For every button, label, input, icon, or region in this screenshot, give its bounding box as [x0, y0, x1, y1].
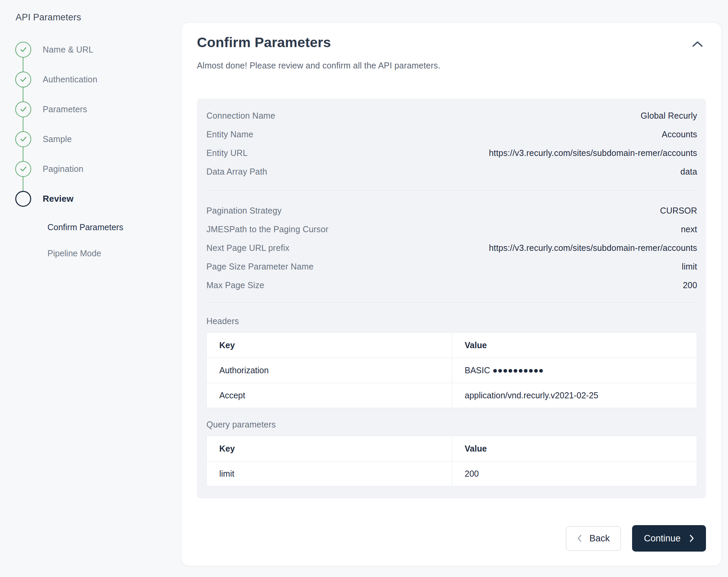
summary-row: Page Size Parameter Name limit	[206, 257, 697, 276]
summary-row: Connection Name Global Recurly	[206, 106, 697, 125]
column-header-value: Value	[452, 333, 697, 358]
review-substeps: Confirm Parameters Pipeline Mode	[47, 214, 123, 266]
summary-label: Entity URL	[206, 148, 247, 158]
back-button[interactable]: Back	[566, 526, 621, 551]
step-label: Sample	[43, 134, 72, 144]
summary-row: Next Page URL prefix https://v3.recurly.…	[206, 239, 697, 257]
step-label: Name & URL	[43, 45, 93, 55]
table-row: Authorization BASIC ●●●●●●●●●●	[207, 358, 697, 383]
check-icon	[19, 105, 28, 114]
summary-row: Pagination Strategy CURSOR	[206, 201, 697, 220]
stepper: Name & URL Authentication Parameters Sam…	[15, 35, 171, 214]
step-name-and-url[interactable]: Name & URL	[15, 35, 171, 64]
step-authentication[interactable]: Authentication	[15, 64, 171, 94]
summary-label: Data Array Path	[206, 167, 267, 177]
wizard-sidebar: API Parameters Name & URL Authentication…	[0, 0, 180, 577]
summary-value: Global Recurly	[641, 111, 697, 121]
summary-label: Entity Name	[206, 130, 253, 139]
headers-section-label: Headers	[206, 316, 697, 326]
section-divider	[206, 302, 697, 302]
query-key-cell: limit	[207, 461, 452, 486]
step-label: Review	[43, 194, 74, 204]
header-value-cell: application/vnd.recurly.v2021-02-25	[452, 383, 697, 408]
step-sample[interactable]: Sample	[15, 124, 171, 154]
step-parameters[interactable]: Parameters	[15, 94, 171, 124]
step-complete-circle	[15, 101, 31, 117]
step-label: Pagination	[43, 164, 83, 174]
summary-value: data	[681, 167, 697, 177]
step-pagination[interactable]: Pagination	[15, 154, 171, 184]
substep-confirm-parameters[interactable]: Confirm Parameters	[47, 214, 123, 240]
column-header-key: Key	[207, 436, 452, 461]
header-key-cell: Authorization	[207, 358, 452, 383]
collapse-panel-button[interactable]	[689, 38, 706, 51]
summary-value: limit	[682, 262, 697, 272]
summary-value: next	[681, 224, 697, 234]
query-parameters-section-label: Query parameters	[206, 420, 697, 430]
panel-title: Confirm Parameters	[197, 34, 331, 51]
step-current-circle	[15, 191, 31, 207]
table-row: Accept application/vnd.recurly.v2021-02-…	[207, 383, 697, 408]
summary-row: Entity URL https://v3.recurly.com/sites/…	[206, 144, 697, 162]
summary-value: 200	[683, 280, 697, 290]
query-parameters-table: Key Value limit 200	[206, 436, 697, 486]
summary-label: Page Size Parameter Name	[206, 262, 314, 272]
step-complete-circle	[15, 42, 31, 58]
summary-label: Connection Name	[206, 111, 275, 121]
section-divider	[206, 190, 697, 191]
check-icon	[19, 135, 28, 143]
check-icon	[19, 75, 28, 84]
summary-label: JMESPath to the Paging Cursor	[206, 224, 328, 234]
column-header-value: Value	[452, 436, 697, 461]
summary-label: Pagination Strategy	[206, 206, 282, 216]
headers-table: Key Value Authorization BASIC ●●●●●●●●●●…	[206, 332, 697, 408]
step-complete-circle	[15, 131, 31, 147]
parameters-summary-box: Connection Name Global Recurly Entity Na…	[197, 99, 706, 498]
chevron-right-icon	[689, 534, 694, 542]
step-review[interactable]: Review	[15, 184, 171, 214]
summary-value: Accounts	[662, 130, 697, 139]
table-row: limit 200	[207, 461, 697, 486]
summary-row: Entity Name Accounts	[206, 125, 697, 144]
continue-button-label: Continue	[644, 533, 681, 544]
column-header-key: Key	[207, 333, 452, 358]
panel-header: Confirm Parameters	[197, 34, 706, 51]
summary-row: JMESPath to the Paging Cursor next	[206, 220, 697, 239]
summary-value: https://v3.recurly.com/sites/subdomain-r…	[489, 148, 697, 158]
step-label: Authentication	[43, 75, 97, 84]
step-complete-circle	[15, 161, 31, 177]
continue-button[interactable]: Continue	[632, 525, 706, 552]
query-value-cell: 200	[452, 461, 697, 486]
check-icon	[19, 45, 28, 54]
step-complete-circle	[15, 72, 31, 87]
back-button-label: Back	[589, 533, 610, 544]
header-key-cell: Accept	[207, 383, 452, 408]
table-header-row: Key Value	[207, 436, 697, 461]
summary-label: Next Page URL prefix	[206, 243, 289, 253]
confirm-parameters-panel: Confirm Parameters Almost done! Please r…	[181, 22, 722, 566]
table-header-row: Key Value	[207, 333, 697, 358]
check-icon	[19, 164, 28, 173]
wizard-footer: Back Continue	[566, 525, 706, 552]
substep-pipeline-mode[interactable]: Pipeline Mode	[47, 240, 123, 266]
summary-label: Max Page Size	[206, 280, 264, 290]
panel-subtitle: Almost done! Please review and confirm a…	[197, 61, 706, 71]
sidebar-title: API Parameters	[16, 12, 81, 23]
header-value-cell: BASIC ●●●●●●●●●●	[452, 358, 697, 383]
summary-value: CURSOR	[660, 206, 697, 216]
summary-row: Data Array Path data	[206, 162, 697, 181]
step-label: Parameters	[43, 104, 87, 114]
chevron-left-icon	[577, 534, 582, 542]
summary-value: https://v3.recurly.com/sites/subdomain-r…	[489, 243, 697, 253]
summary-row: Max Page Size 200	[206, 276, 697, 295]
chevron-up-icon	[692, 40, 703, 48]
